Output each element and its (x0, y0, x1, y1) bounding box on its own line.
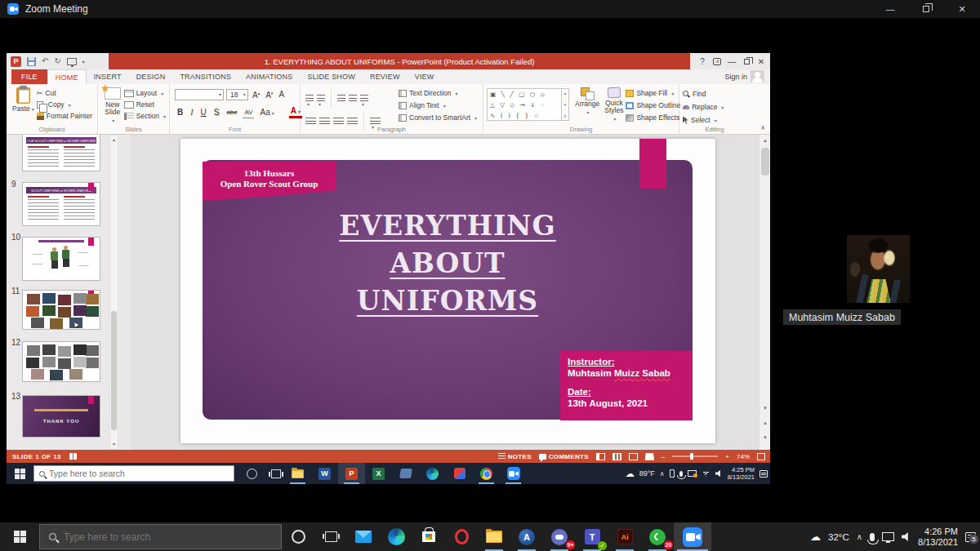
scroll-down-button[interactable]: ▼ (110, 440, 118, 449)
line-spacing-button[interactable] (360, 95, 368, 103)
bookmark-ribbon-shape[interactable] (639, 139, 666, 189)
powerpoint-button[interactable]: P (338, 463, 365, 484)
display-icon[interactable] (882, 532, 894, 541)
powerpoint-logo-icon[interactable]: P (11, 56, 21, 67)
copy-button[interactable]: Copy (37, 99, 92, 110)
maximize-button[interactable] (908, 0, 944, 18)
tab-design[interactable]: DESIGN (129, 69, 173, 84)
reading-view-button[interactable] (629, 453, 638, 460)
instructor-info-box[interactable]: Instructor: Muhtasim Muizz Sabab Date: 1… (560, 351, 693, 420)
tab-review[interactable]: REVIEW (363, 69, 408, 84)
clock[interactable]: 4:26 PM8/13/2021 (918, 527, 958, 548)
zoom-level[interactable]: 74% (737, 453, 750, 460)
increase-indent-button[interactable] (349, 95, 357, 103)
speaker-icon[interactable] (902, 532, 911, 541)
collapse-ribbon-button[interactable]: ∧ (760, 124, 765, 131)
scroll-up-button[interactable]: ▲ (110, 136, 118, 144)
comments-button[interactable]: COMMENTS (539, 453, 589, 460)
normal-view-button[interactable] (596, 453, 605, 460)
notes-button[interactable]: NOTES (498, 453, 532, 460)
text-shadow-button[interactable]: S (212, 108, 221, 118)
layout-button[interactable]: Layout (124, 87, 166, 99)
zoom-app-button[interactable] (674, 522, 711, 551)
scroll-up-button[interactable]: ▲ (760, 135, 771, 146)
slide-13-thumbnail[interactable]: THANK YOU (22, 395, 100, 438)
tab-transitions[interactable]: TRANSITIONS (172, 69, 238, 84)
undo-button[interactable]: ↶ (42, 57, 48, 65)
start-button[interactable] (7, 463, 33, 484)
strikethrough-button[interactable]: abc (225, 108, 238, 118)
ribbon-options-button[interactable] (710, 53, 724, 69)
redo-button[interactable]: ↻ (54, 57, 60, 65)
edge-button[interactable] (380, 522, 412, 551)
slide-background-shape[interactable]: 13th Hussars Open Rover Scout Group EVER… (203, 160, 693, 420)
taskbar-search-box[interactable] (33, 465, 234, 482)
decrease-indent-button[interactable] (337, 95, 345, 103)
slide-9-thumbnail[interactable]: SCOUT UNIFORM vs ROVER UNIFORM (22, 182, 100, 226)
weather-cloud-icon[interactable]: ☁ (810, 532, 821, 541)
slide-8-thumbnail[interactable]: CUB SCOUT UNIFORM vs ROVER UNIFORM (22, 135, 100, 171)
new-slide-button[interactable]: New Slide (101, 86, 124, 127)
start-button[interactable] (0, 522, 39, 551)
excel-button[interactable]: X (365, 463, 392, 484)
mail-button[interactable] (347, 522, 380, 551)
numbering-button[interactable] (317, 95, 325, 103)
shapes-scroll[interactable]: ▴▾≡ (562, 88, 569, 121)
whatsapp-button[interactable]: 20 (641, 522, 674, 551)
file-explorer-button[interactable] (478, 522, 510, 551)
temperature[interactable]: 89°F (639, 469, 655, 478)
action-center-icon[interactable]: 5 (965, 532, 976, 542)
cortana-button[interactable] (282, 522, 314, 551)
app-button[interactable] (392, 463, 419, 484)
account-avatar-icon[interactable] (751, 70, 764, 82)
clock[interactable]: 4:25 PM8/13/2021 (728, 466, 755, 481)
edge-button[interactable] (419, 463, 446, 484)
screen-share-icon[interactable] (688, 470, 697, 477)
arrange-button[interactable]: Arrange (572, 86, 602, 125)
scrollbar-thumb[interactable] (111, 311, 117, 430)
file-explorer-button[interactable] (284, 463, 311, 484)
quick-styles-button[interactable]: Quick Styles (602, 86, 626, 125)
weather-cloud-icon[interactable]: ☁ (626, 469, 635, 478)
shape-effects-button[interactable]: Shape Effects (626, 112, 687, 123)
tab-insert[interactable]: INSERT (87, 69, 129, 84)
clear-formatting-button[interactable]: A (277, 90, 286, 100)
slide-canvas[interactable]: 13th Hussars Open Rover Scout Group EVER… (180, 139, 715, 443)
vertical-scrollbar[interactable]: ▲ ▼ ▲ ▼ (759, 135, 770, 450)
illustrator-button[interactable]: Ai (608, 522, 641, 551)
cut-button[interactable]: ✂Cut (37, 87, 92, 99)
minimize-button[interactable]: — (872, 0, 908, 18)
zoom-in-button[interactable]: + (725, 453, 729, 460)
speaker-icon[interactable] (715, 470, 723, 478)
zoom-app-button[interactable] (500, 463, 527, 484)
slide-title-textbox[interactable]: EVERYTHING ABOUT UNIFORMS (203, 207, 693, 320)
tab-file[interactable]: FILE (11, 69, 47, 84)
teams-button[interactable]: T (576, 522, 608, 551)
fit-to-window-button[interactable] (757, 453, 765, 460)
ppt-minimize-button[interactable]: — (724, 53, 739, 69)
tab-view[interactable]: VIEW (408, 69, 442, 84)
tab-slideshow[interactable]: SLIDE SHOW (300, 69, 363, 84)
shapes-gallery[interactable]: ▣ ╲ ╱ □ ○ ▫ △ ▽ ◇ → ↓ ◦ ∿ ( ) { } ☆ ▴▾≡ (487, 88, 569, 125)
change-case-button[interactable]: Aa (258, 108, 275, 118)
action-center-icon[interactable] (760, 470, 768, 478)
bold-button[interactable]: B (176, 108, 185, 118)
help-button[interactable]: ? (695, 53, 710, 69)
shrink-font-button[interactable]: A▾ (264, 88, 274, 100)
character-spacing-button[interactable]: AV (243, 108, 254, 118)
ppt-restore-button[interactable] (739, 53, 754, 69)
align-left-button[interactable] (305, 118, 316, 126)
chrome-button[interactable] (473, 463, 500, 484)
columns-button[interactable] (370, 118, 381, 126)
shape-outline-button[interactable]: Shape Outline (626, 100, 687, 111)
microphone-icon[interactable] (679, 471, 683, 477)
taskbar-search-box[interactable] (39, 524, 282, 549)
hidden-icons-chevron[interactable]: ∧ (660, 470, 665, 478)
ppt-close-button[interactable]: ✕ (754, 53, 768, 69)
grow-font-button[interactable]: A▴ (251, 88, 261, 100)
previous-slide-button[interactable]: ▲ (760, 417, 771, 429)
slide-10-thumbnail[interactable] (22, 237, 100, 281)
slide-12-thumbnail[interactable] (22, 341, 100, 382)
zoom-out-button[interactable]: – (662, 453, 665, 460)
spell-check-icon[interactable] (69, 453, 77, 460)
